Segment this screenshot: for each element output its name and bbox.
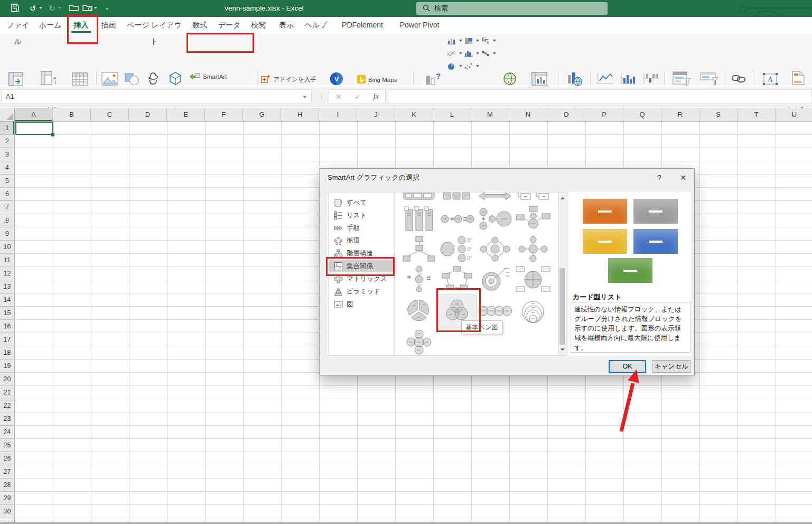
mini-bar-chart-button[interactable] (481, 49, 497, 60)
mini-line-dropdown-icon[interactable] (459, 52, 462, 56)
ribbon-tab[interactable]: 校閲 (247, 17, 269, 33)
mini-waterfall-dropdown-icon[interactable] (493, 40, 496, 43)
row-header[interactable]: 15 (0, 307, 15, 320)
row-header[interactable]: 21 (0, 386, 15, 399)
gallery-item-funnel[interactable] (476, 205, 514, 234)
column-header[interactable]: B (53, 108, 91, 122)
gallery-item-segmented-pie[interactable] (400, 295, 438, 329)
gallery-item-radial-venn[interactable] (400, 330, 438, 356)
select-all-corner[interactable] (0, 108, 15, 122)
mini-pie-chart-button[interactable] (447, 61, 463, 73)
row-header[interactable]: 30 (0, 505, 15, 518)
mini-histogram-chart-button[interactable] (464, 49, 480, 60)
column-header[interactable]: U (776, 108, 812, 122)
row-header[interactable]: 3 (0, 148, 15, 161)
row-header[interactable]: 5 (0, 174, 15, 188)
fill-handle[interactable] (51, 133, 55, 137)
mini-column-dropdown-icon[interactable] (459, 40, 462, 43)
ribbon-tab[interactable]: 表示 (275, 17, 297, 33)
new-from-template-icon[interactable] (82, 3, 92, 14)
mini-scatter-chart-button[interactable] (464, 61, 480, 73)
category-item[interactable]: リスト (329, 209, 393, 222)
cancel-button[interactable]: キャンセル (652, 360, 690, 373)
category-item[interactable]: 循環 (329, 234, 393, 247)
row-header[interactable]: 6 (0, 188, 15, 201)
column-header[interactable]: R (661, 108, 699, 122)
name-box[interactable]: A1 (1, 89, 312, 104)
gallery-item-cut-hanging-boxes[interactable] (514, 192, 552, 203)
column-header[interactable]: A (15, 108, 53, 122)
row-header[interactable]: 29 (0, 492, 15, 505)
ribbon-tab[interactable]: 数式 (188, 17, 211, 33)
category-item[interactable]: 手順 (329, 222, 393, 234)
row-header[interactable]: 9 (0, 227, 15, 241)
bing-maps-button[interactable]: Bing Maps (357, 73, 397, 86)
column-header[interactable]: E (167, 108, 205, 122)
gallery-item-block-cycle[interactable] (438, 265, 476, 294)
ribbon-tab[interactable]: ファイル (4, 17, 32, 33)
dialog-help-button[interactable]: ? (653, 172, 666, 183)
row-header[interactable]: 28 (0, 479, 15, 492)
row-header[interactable]: 20 (0, 373, 15, 386)
row-header[interactable]: 16 (0, 320, 15, 333)
gallery-scrollbar[interactable] (558, 192, 566, 356)
row-header[interactable]: 14 (0, 293, 15, 307)
ribbon-tab[interactable]: データ (214, 17, 244, 33)
gallery-item-vertical-picture-list[interactable] (400, 205, 438, 234)
smartart-button[interactable]: SmartArt (189, 70, 227, 83)
ok-button[interactable]: OK (609, 360, 646, 373)
row-header[interactable]: 25 (0, 439, 15, 452)
search-input[interactable]: 検索 (416, 2, 608, 15)
row-header[interactable]: 27 (0, 465, 15, 479)
row-header[interactable]: 8 (0, 214, 15, 227)
column-header[interactable]: J (357, 108, 395, 122)
column-header[interactable]: P (585, 108, 623, 122)
category-item[interactable]: ピラミッド (329, 285, 393, 298)
row-header[interactable]: 4 (0, 161, 15, 174)
column-header[interactable]: L (433, 108, 471, 122)
name-box-dropdown-icon[interactable] (303, 96, 307, 100)
ribbon-tab[interactable]: ヘルプ (303, 17, 329, 33)
undo-icon[interactable]: ↺ (30, 3, 36, 14)
dialog-close-button[interactable]: ✕ (675, 172, 691, 183)
column-header[interactable]: S (699, 108, 738, 122)
ribbon-tab[interactable]: ページ レイアウト (125, 17, 184, 33)
row-header[interactable]: 11 (0, 254, 15, 267)
row-header[interactable]: 19 (0, 360, 15, 373)
gallery-item-radial-list[interactable] (438, 235, 476, 264)
mini-line-chart-button[interactable] (447, 49, 463, 60)
row-header[interactable]: 7 (0, 201, 15, 214)
row-header[interactable]: 22 (0, 399, 15, 412)
gallery-item-vertical-equation[interactable] (400, 265, 438, 294)
gallery-item-converging-arrows[interactable] (514, 205, 552, 234)
mini-histogram-dropdown-icon[interactable] (476, 52, 479, 56)
gallery-item-cycle-relationship[interactable] (476, 235, 514, 264)
column-header[interactable]: H (281, 108, 319, 122)
gallery-item-labeled-hierarchy[interactable] (400, 235, 438, 264)
mini-column-chart-button[interactable] (447, 36, 463, 48)
column-header[interactable]: K (395, 108, 433, 122)
ribbon-tab[interactable]: Power Pivot (395, 17, 444, 33)
insert-function-icon[interactable]: fx (374, 93, 379, 101)
formula-bar-splitter[interactable]: ⋮ (318, 92, 325, 100)
row-header[interactable]: 17 (0, 333, 15, 346)
column-header[interactable]: G (243, 108, 281, 122)
column-header[interactable]: C (91, 108, 129, 122)
column-header[interactable]: F (205, 108, 243, 122)
mini-waterfall-chart-button[interactable] (481, 36, 497, 48)
mini-pie-dropdown-icon[interactable] (459, 65, 462, 69)
mini-treemap-chart-button[interactable] (464, 36, 480, 48)
gallery-item-quadrant-cycle[interactable] (514, 265, 552, 294)
save-icon[interactable] (11, 3, 20, 15)
category-item[interactable]: 図 (329, 298, 393, 310)
ribbon-tab[interactable]: 挿入 (67, 17, 95, 33)
row-header[interactable]: 18 (0, 346, 15, 360)
gallery-item-cut-double-arrow[interactable] (476, 192, 514, 203)
row-header[interactable]: 12 (0, 267, 15, 280)
column-header[interactable]: I (319, 108, 357, 122)
row-header[interactable]: 24 (0, 426, 15, 439)
column-header[interactable]: M (471, 108, 509, 122)
open-icon[interactable] (69, 3, 79, 14)
row-header[interactable]: 26 (0, 452, 15, 465)
column-header[interactable]: T (738, 108, 776, 122)
